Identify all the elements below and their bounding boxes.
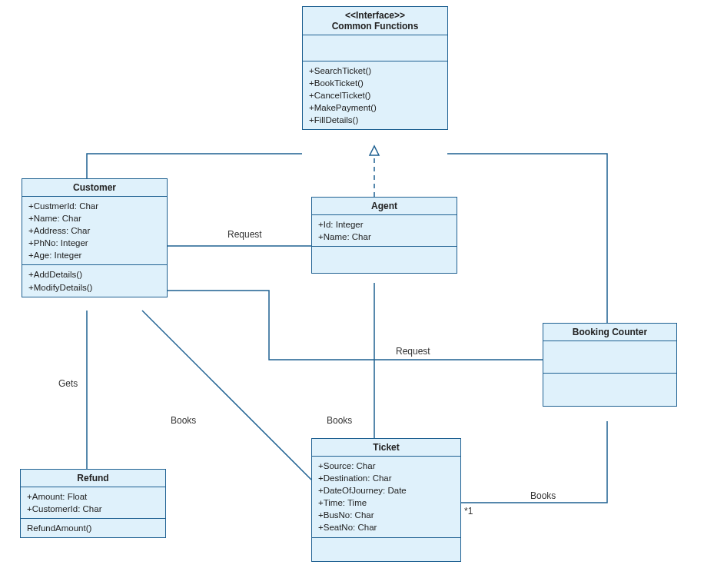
edge-label-books: Books [530, 490, 556, 501]
class-title: <<Interface>> Common Functions [303, 7, 447, 35]
class-name-label: Common Functions [309, 21, 441, 32]
attributes-section: +CustmerId: Char +Name: Char +Address: C… [22, 197, 167, 265]
operations-section: +AddDetails() +ModifyDetails() [22, 265, 167, 296]
attributes-section [543, 341, 676, 374]
edge-label-gets: Gets [58, 378, 78, 389]
svg-marker-1 [370, 146, 379, 155]
class-refund: Refund +Amount: Float +CustomerId: Char … [20, 469, 166, 538]
stereotype-label: <<Interface>> [309, 10, 441, 21]
class-name-label: Agent [312, 198, 457, 215]
operations-section: RefundAmount() [21, 519, 165, 537]
class-name-label: Ticket [312, 439, 460, 457]
attributes-section [303, 35, 447, 61]
class-ticket: Ticket +Source: Char +Destination: Char … [311, 438, 461, 562]
class-common-functions: <<Interface>> Common Functions +SearchTi… [302, 6, 448, 130]
operations-section: +SearchTicket() +BookTicket() +CancelTic… [303, 61, 447, 129]
operations-section [312, 247, 457, 273]
edge-label-request: Request [227, 229, 262, 240]
edge-label-books: Books [327, 415, 352, 426]
edge-label-books: Books [171, 415, 196, 426]
uml-canvas: <<Interface>> Common Functions +SearchTi… [0, 0, 704, 588]
class-name-label: Refund [21, 470, 165, 487]
operations-section [543, 374, 676, 406]
multiplicity-label: *1 [464, 506, 473, 517]
edge-label-request: Request [396, 346, 430, 357]
class-booking-counter: Booking Counter [543, 323, 677, 407]
attributes-section: +Id: Integer +Name: Char [312, 215, 457, 247]
class-customer: Customer +CustmerId: Char +Name: Char +A… [22, 178, 168, 297]
class-agent: Agent +Id: Integer +Name: Char [311, 197, 457, 274]
class-name-label: Customer [22, 179, 167, 197]
attributes-section: +Amount: Float +CustomerId: Char [21, 487, 165, 519]
class-name-label: Booking Counter [543, 324, 676, 341]
operations-section [312, 538, 460, 561]
svg-line-4 [142, 311, 311, 480]
attributes-section: +Source: Char +Destination: Char +DateOf… [312, 457, 460, 538]
